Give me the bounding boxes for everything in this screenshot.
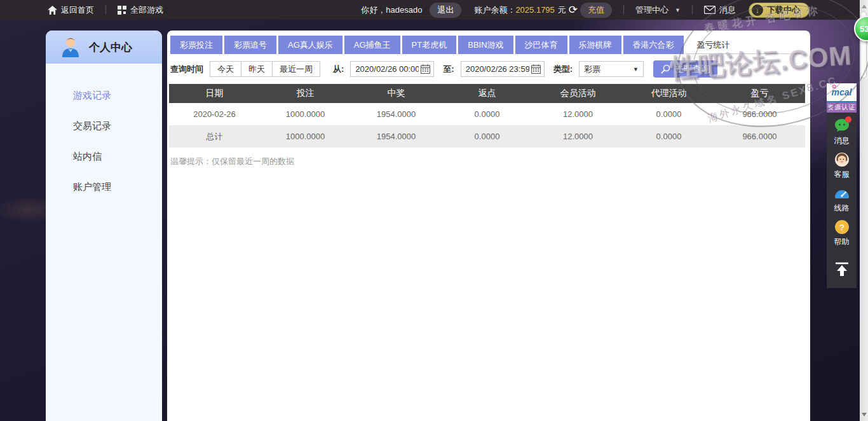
messages-label: 消息 (719, 4, 736, 16)
tab-leyou-chess[interactable]: 乐游棋牌 (569, 36, 621, 54)
retention-tip: 温馨提示：仅保留最近一周的数据 (170, 156, 804, 167)
table-cell: 0.0000 (623, 103, 714, 125)
float-item-label: 客服 (834, 169, 850, 180)
main-content: 彩票投注 彩票追号 AG真人娱乐 AG捕鱼王 PT老虎机 BBIN游戏 沙巴体育… (167, 31, 810, 421)
scroll-up-arrow[interactable] (862, 4, 867, 8)
table-row: 2020-02-26 1000.0000 1954.0000 0.0000 12… (169, 103, 805, 125)
sidebar: 个人中心 游戏记录 交易记录 站内信 账户管理 (46, 31, 162, 421)
admin-center-menu[interactable]: 管理中心 ▼ (635, 4, 681, 16)
greeting-text: 你好，hadesado (361, 4, 422, 16)
col-agent-activity: 代理活动 (623, 84, 714, 103)
chat-bubble-icon (834, 118, 850, 134)
admin-center-label: 管理中心 (635, 4, 668, 16)
back-to-top-button[interactable] (827, 252, 857, 280)
from-date-input[interactable] (355, 64, 419, 74)
from-date-field (350, 61, 434, 77)
col-member-activity: 会员活动 (532, 84, 623, 103)
calendar-icon[interactable] (531, 64, 541, 74)
calendar-icon[interactable] (421, 64, 430, 74)
all-games-link[interactable]: 全部游戏 (118, 4, 163, 16)
sidebar-item-site-mail[interactable]: 站内信 (46, 141, 162, 172)
float-item-help[interactable]: ? 帮助 (827, 219, 857, 247)
float-item-lines[interactable]: 线路 (827, 185, 857, 214)
logout-button[interactable]: 退出 (430, 3, 461, 18)
refresh-balance-icon[interactable]: ⟳ (569, 3, 578, 17)
col-profit-loss: 盈亏 (714, 84, 805, 103)
float-item-label: 线路 (834, 203, 850, 214)
col-bet: 投注 (260, 84, 351, 103)
tab-bbin[interactable]: BBIN游戏 (458, 36, 513, 54)
mail-icon (704, 6, 715, 14)
tab-lottery-bet[interactable]: 彩票投注 (170, 36, 222, 54)
tab-ag-fishing[interactable]: AG捕鱼王 (344, 36, 400, 54)
messages-link[interactable]: 消息 (704, 4, 736, 16)
quick-last-week-button[interactable]: 最近一周 (273, 61, 320, 77)
tab-saba-sports[interactable]: 沙巴体育 (515, 36, 567, 54)
to-date-input[interactable] (466, 64, 529, 74)
back-to-top-icon (834, 261, 850, 277)
all-games-label: 全部游戏 (130, 4, 163, 16)
float-panel: 消息 客服 线路 ? 帮助 (827, 113, 857, 288)
topbar: 返回首页 全部游戏 你好，hadesado 退出 账户余额： 2025.1795… (0, 0, 868, 20)
float-toolbar: ✿ mcal 资源认证 消息 客服 线路 ? 帮助 (827, 83, 857, 288)
balance-unit: 元 (558, 4, 566, 16)
download-center-button[interactable]: ↓ 下载中心 (749, 3, 810, 18)
chevron-down-icon: ▼ (675, 7, 681, 13)
recharge-button[interactable]: 充值 (580, 3, 612, 18)
help-icon: ? (834, 219, 850, 235)
tab-pt-slots[interactable]: PT老虎机 (402, 36, 457, 54)
quick-yesterday-button[interactable]: 昨天 (241, 61, 273, 77)
table-header-row: 日期 投注 中奖 返点 会员活动 代理活动 盈亏 (169, 84, 805, 103)
type-select[interactable]: 彩票 ▼ (579, 61, 644, 77)
filter-bar: 查询时间 今天 昨天 最近一周 从: 至: 类型: 彩票 ▼ 立即查询 (170, 60, 804, 78)
notification-count: 53 (860, 24, 868, 34)
divider (623, 5, 624, 15)
divider (692, 5, 693, 15)
tab-lottery-chase[interactable]: 彩票追号 (224, 36, 276, 54)
table-cell: 1954.0000 (351, 103, 442, 125)
type-select-value: 彩票 (584, 64, 600, 75)
float-item-customer-service[interactable]: 客服 (827, 151, 857, 180)
speedometer-icon (834, 185, 850, 202)
type-label: 类型: (553, 64, 573, 75)
svg-text:?: ? (839, 223, 844, 232)
home-label: 返回首页 (61, 4, 94, 16)
user-avatar-icon (60, 37, 81, 57)
float-item-messages[interactable]: 消息 (827, 118, 857, 146)
scroll-down-arrow[interactable] (862, 413, 867, 417)
table-cell: 1000.0000 (260, 103, 351, 125)
table-cell: 966.0000 (714, 125, 805, 148)
sidebar-menu: 游戏记录 交易记录 站内信 账户管理 (46, 64, 162, 202)
search-button-label: 立即查询 (675, 64, 710, 75)
notification-badge[interactable]: 53 (854, 16, 868, 41)
divider (105, 5, 106, 15)
tab-bar: 彩票投注 彩票追号 AG真人娱乐 AG捕鱼王 PT老虎机 BBIN游戏 沙巴体育… (170, 36, 804, 54)
col-rebate: 返点 (442, 84, 532, 103)
home-link[interactable]: 返回首页 (48, 4, 94, 16)
chevron-down-icon: ▼ (633, 66, 639, 72)
sidebar-item-game-records[interactable]: 游戏记录 (46, 80, 162, 111)
table-cell: 0.0000 (442, 103, 532, 125)
grid-icon (118, 6, 126, 15)
table-cell: 1000.0000 (260, 125, 351, 148)
table-cell: 0.0000 (442, 125, 532, 148)
float-item-label: 消息 (834, 135, 850, 146)
sidebar-title: 个人中心 (89, 40, 132, 55)
page-scrollbar[interactable] (860, 0, 868, 421)
certification-logo[interactable]: ✿ mcal (827, 83, 857, 102)
download-icon: ↓ (752, 4, 763, 16)
customer-service-icon (834, 151, 850, 168)
tab-ag-live[interactable]: AG真人娱乐 (278, 36, 342, 54)
sidebar-header: 个人中心 (46, 31, 162, 64)
search-button[interactable]: 立即查询 (653, 60, 717, 78)
profit-loss-table: 日期 投注 中奖 返点 会员活动 代理活动 盈亏 2020-02-26 1000… (169, 84, 805, 148)
quick-today-button[interactable]: 今天 (210, 61, 241, 77)
sidebar-item-account-management[interactable]: 账户管理 (46, 172, 162, 202)
tab-profit-loss-stats[interactable]: 盈亏统计 (686, 36, 802, 54)
float-item-label: 帮助 (834, 237, 850, 247)
table-cell: 2020-02-26 (169, 103, 260, 125)
to-label: 至: (443, 64, 454, 75)
sidebar-item-transaction-records[interactable]: 交易记录 (46, 111, 162, 141)
query-time-label: 查询时间 (170, 64, 203, 75)
tab-hk-mark-six[interactable]: 香港六合彩 (623, 36, 684, 54)
